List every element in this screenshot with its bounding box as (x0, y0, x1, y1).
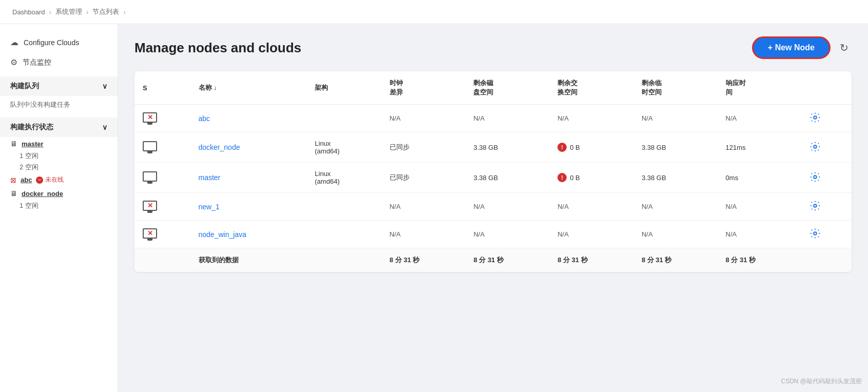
gear-icon-new1[interactable] (809, 200, 821, 211)
breadcrumb: Dashboard › 系统管理 › 节点列表 › (0, 0, 868, 24)
row-swap-master: ! 0 B (549, 163, 633, 193)
node-link-abc[interactable]: abc (199, 114, 210, 123)
row-gear-new1[interactable] (801, 193, 852, 221)
col-name[interactable]: 名称 ↓ (190, 71, 307, 105)
row-response-master: 0ms (718, 163, 802, 193)
sidebar-node-abc-link[interactable]: abc (21, 176, 32, 184)
sidebar-configure-clouds-label: Configure Clouds (24, 38, 79, 47)
table-row: master Linux(amd64) 已同步 3.38 GB ! 0 B 3.… (134, 163, 852, 193)
nodes-table-wrapper: S 名称 ↓ 架构 时钟差异 剩余磁盘空间 剩余交换空间 剩余临时空间 响应时间 (134, 71, 852, 272)
footer-tmp: 8 分 31 秒 (633, 248, 718, 272)
row-name-docker[interactable]: docker_node (190, 132, 307, 163)
row-status-docker (134, 132, 190, 163)
swap-warning-docker: ! 0 B (557, 143, 580, 152)
node-link-new1[interactable]: new_1 (199, 203, 220, 211)
node-link-winjava[interactable]: node_win_java (199, 230, 246, 239)
build-status-header[interactable]: 构建执行状态 ∨ (0, 117, 118, 137)
gear-icon-abc[interactable] (809, 112, 821, 123)
gear-icon-winjava[interactable] (809, 228, 821, 239)
row-response-abc: N/A (718, 105, 802, 132)
svg-point-3 (814, 204, 817, 207)
build-queue-chevron: ∨ (102, 82, 107, 90)
row-arch-master: Linux(amd64) (306, 163, 381, 193)
error-node-icon-new1: ✕ (143, 201, 157, 213)
row-clock-new1: N/A (381, 193, 466, 221)
offline-text: 未在线 (45, 175, 64, 184)
table-row: ✕ abc N/A N/A N/A N/A N/A (134, 105, 852, 132)
sidebar-node-docker-link[interactable]: docker_node (22, 190, 63, 198)
sidebar-node-abc[interactable]: ⊠ abc − 未在线 (0, 173, 118, 187)
warning-circle-icon-docker: ! (557, 143, 567, 152)
row-name-abc[interactable]: abc (190, 105, 307, 132)
row-tmp-docker: 3.38 GB (633, 132, 718, 163)
table-row: ✕ node_win_java N/A N/A N/A N/A N/A (134, 221, 852, 248)
ok-node-icon-master (143, 171, 157, 184)
footer-gear-empty (801, 248, 852, 272)
table-header-row: S 名称 ↓ 架构 时钟差异 剩余磁盘空间 剩余交换空间 剩余临时空间 响应时间 (134, 71, 852, 105)
build-queue-header[interactable]: 构建队列 ∨ (0, 76, 118, 96)
sidebar-docker-executor-1: 1 空闲 (0, 200, 118, 211)
row-swap-winjava: N/A (549, 221, 633, 248)
error-node-icon-abc: ✕ (143, 112, 157, 125)
footer-clock: 8 分 31 秒 (381, 248, 466, 272)
row-arch-winjava (306, 221, 381, 248)
monitor-icon-master: 🖥 (10, 140, 17, 148)
row-arch-new1 (306, 193, 381, 221)
build-queue-empty-text: 队列中没有构建任务 (10, 101, 70, 108)
error-node-icon-winjava: ✕ (143, 228, 157, 241)
refresh-icon: ↻ (840, 42, 848, 53)
sidebar: ☁ Configure Clouds ⚙ 节点监控 构建队列 ∨ 队列中没有构建… (0, 24, 118, 392)
build-queue-label: 构建队列 (10, 82, 39, 91)
row-disk-abc: N/A (465, 105, 549, 132)
sidebar-configure-clouds[interactable]: ☁ Configure Clouds (0, 32, 118, 52)
build-queue-content: 队列中没有构建任务 (0, 96, 118, 113)
sidebar-node-monitor[interactable]: ⚙ 节点监控 (0, 52, 118, 72)
ok-node-icon-docker (143, 141, 157, 153)
breadcrumb-sep-3: › (123, 8, 125, 16)
gear-icon-master[interactable] (809, 171, 821, 183)
sidebar-master-executor-2: 2 空闲 (0, 162, 118, 173)
row-name-winjava[interactable]: node_win_java (190, 221, 307, 248)
build-queue-section: 构建队列 ∨ 队列中没有构建任务 (0, 76, 118, 113)
build-status-section: 构建执行状态 ∨ 🖥 master 1 空闲 2 空闲 ⊠ abc − 未在线 … (0, 117, 118, 211)
col-disk: 剩余磁盘空间 (465, 71, 549, 105)
sidebar-master-executor-1: 1 空闲 (0, 150, 118, 162)
row-swap-abc: N/A (549, 105, 633, 132)
node-link-master[interactable]: master (199, 173, 221, 182)
col-swap: 剩余交换空间 (549, 71, 633, 105)
col-arch: 架构 (306, 71, 381, 105)
monitor-icon-docker: 🖥 (10, 189, 17, 198)
swap-value-docker: 0 B (570, 144, 580, 151)
new-node-button[interactable]: + New Node (752, 36, 831, 59)
row-gear-winjava[interactable] (801, 221, 852, 248)
sidebar-node-docker[interactable]: 🖥 docker_node (0, 187, 118, 200)
breadcrumb-sysadmin[interactable]: 系统管理 (55, 7, 82, 16)
breadcrumb-nodelist[interactable]: 节点列表 (92, 7, 119, 16)
node-link-docker[interactable]: docker_node (199, 143, 240, 151)
footer-label: 获取到的数据 (190, 248, 307, 272)
row-status-winjava: ✕ (134, 221, 190, 248)
row-gear-abc[interactable] (801, 105, 852, 132)
row-status-abc: ✕ (134, 105, 190, 132)
build-status-label: 构建执行状态 (10, 123, 53, 132)
breadcrumb-dashboard[interactable]: Dashboard (12, 8, 45, 16)
row-disk-master: 3.38 GB (465, 163, 549, 193)
row-tmp-winjava: N/A (633, 221, 718, 248)
sidebar-node-master-link[interactable]: master (22, 140, 44, 148)
svg-point-2 (814, 175, 817, 179)
main-content: Manage nodes and clouds + New Node ↻ S 名… (118, 24, 868, 392)
footer-response: 8 分 31 秒 (718, 248, 802, 272)
row-gear-docker[interactable] (801, 132, 852, 163)
sidebar-node-master[interactable]: 🖥 master (0, 137, 118, 150)
table-row: docker_node Linux(amd64) 已同步 3.38 GB ! 0… (134, 132, 852, 163)
row-tmp-new1: N/A (633, 193, 718, 221)
col-actions (801, 71, 852, 105)
new-node-label: + New Node (768, 43, 815, 52)
watermark: CSDN @敲代码敲到头发茂密 (781, 377, 862, 386)
row-name-new1[interactable]: new_1 (190, 193, 307, 221)
footer-empty (134, 248, 190, 272)
refresh-button[interactable]: ↻ (837, 38, 852, 57)
row-gear-master[interactable] (801, 163, 852, 193)
row-name-master[interactable]: master (190, 163, 307, 193)
gear-icon-docker[interactable] (809, 141, 821, 152)
